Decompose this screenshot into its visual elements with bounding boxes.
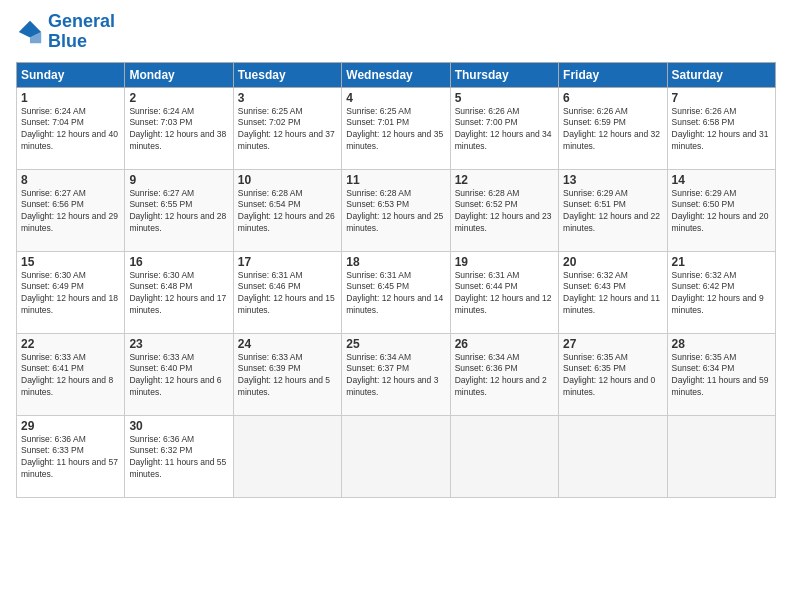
calendar-cell: 14 Sunrise: 6:29 AMSunset: 6:50 PMDaylig… <box>667 169 775 251</box>
day-number: 17 <box>238 255 337 269</box>
day-info: Sunrise: 6:33 AMSunset: 6:39 PMDaylight:… <box>238 352 337 400</box>
day-number: 3 <box>238 91 337 105</box>
day-number: 2 <box>129 91 228 105</box>
day-number: 30 <box>129 419 228 433</box>
calendar-cell: 3 Sunrise: 6:25 AMSunset: 7:02 PMDayligh… <box>233 87 341 169</box>
day-info: Sunrise: 6:35 AMSunset: 6:35 PMDaylight:… <box>563 352 662 400</box>
calendar-cell <box>667 415 775 497</box>
day-number: 28 <box>672 337 771 351</box>
day-number: 22 <box>21 337 120 351</box>
day-info: Sunrise: 6:24 AMSunset: 7:03 PMDaylight:… <box>129 106 228 154</box>
day-number: 8 <box>21 173 120 187</box>
day-number: 26 <box>455 337 554 351</box>
day-number: 18 <box>346 255 445 269</box>
calendar-cell: 23 Sunrise: 6:33 AMSunset: 6:40 PMDaylig… <box>125 333 233 415</box>
day-info: Sunrise: 6:26 AMSunset: 7:00 PMDaylight:… <box>455 106 554 154</box>
day-number: 27 <box>563 337 662 351</box>
calendar-cell: 11 Sunrise: 6:28 AMSunset: 6:53 PMDaylig… <box>342 169 450 251</box>
calendar-cell <box>559 415 667 497</box>
day-number: 19 <box>455 255 554 269</box>
day-info: Sunrise: 6:34 AMSunset: 6:36 PMDaylight:… <box>455 352 554 400</box>
day-info: Sunrise: 6:26 AMSunset: 6:59 PMDaylight:… <box>563 106 662 154</box>
calendar-body: 1 Sunrise: 6:24 AMSunset: 7:04 PMDayligh… <box>17 87 776 497</box>
day-number: 25 <box>346 337 445 351</box>
day-info: Sunrise: 6:32 AMSunset: 6:42 PMDaylight:… <box>672 270 771 318</box>
day-number: 15 <box>21 255 120 269</box>
day-info: Sunrise: 6:30 AMSunset: 6:49 PMDaylight:… <box>21 270 120 318</box>
calendar-cell: 19 Sunrise: 6:31 AMSunset: 6:44 PMDaylig… <box>450 251 558 333</box>
day-number: 13 <box>563 173 662 187</box>
calendar-week-row: 29 Sunrise: 6:36 AMSunset: 6:33 PMDaylig… <box>17 415 776 497</box>
day-info: Sunrise: 6:34 AMSunset: 6:37 PMDaylight:… <box>346 352 445 400</box>
day-info: Sunrise: 6:28 AMSunset: 6:54 PMDaylight:… <box>238 188 337 236</box>
weekday-header: Tuesday <box>233 62 341 87</box>
calendar-cell: 15 Sunrise: 6:30 AMSunset: 6:49 PMDaylig… <box>17 251 125 333</box>
calendar-cell: 25 Sunrise: 6:34 AMSunset: 6:37 PMDaylig… <box>342 333 450 415</box>
day-number: 21 <box>672 255 771 269</box>
day-info: Sunrise: 6:28 AMSunset: 6:52 PMDaylight:… <box>455 188 554 236</box>
day-info: Sunrise: 6:33 AMSunset: 6:41 PMDaylight:… <box>21 352 120 400</box>
weekday-header: Monday <box>125 62 233 87</box>
logo: General Blue <box>16 12 115 52</box>
day-number: 4 <box>346 91 445 105</box>
weekday-header: Thursday <box>450 62 558 87</box>
calendar-cell: 5 Sunrise: 6:26 AMSunset: 7:00 PMDayligh… <box>450 87 558 169</box>
calendar-cell <box>233 415 341 497</box>
calendar-cell: 29 Sunrise: 6:36 AMSunset: 6:33 PMDaylig… <box>17 415 125 497</box>
day-info: Sunrise: 6:36 AMSunset: 6:33 PMDaylight:… <box>21 434 120 482</box>
day-number: 16 <box>129 255 228 269</box>
calendar-cell: 1 Sunrise: 6:24 AMSunset: 7:04 PMDayligh… <box>17 87 125 169</box>
day-number: 1 <box>21 91 120 105</box>
calendar-cell: 12 Sunrise: 6:28 AMSunset: 6:52 PMDaylig… <box>450 169 558 251</box>
page: General Blue SundayMondayTuesdayWednesda… <box>0 0 792 612</box>
calendar-cell: 21 Sunrise: 6:32 AMSunset: 6:42 PMDaylig… <box>667 251 775 333</box>
weekday-header: Friday <box>559 62 667 87</box>
day-info: Sunrise: 6:33 AMSunset: 6:40 PMDaylight:… <box>129 352 228 400</box>
calendar-cell: 9 Sunrise: 6:27 AMSunset: 6:55 PMDayligh… <box>125 169 233 251</box>
day-info: Sunrise: 6:24 AMSunset: 7:04 PMDaylight:… <box>21 106 120 154</box>
calendar-cell: 24 Sunrise: 6:33 AMSunset: 6:39 PMDaylig… <box>233 333 341 415</box>
day-info: Sunrise: 6:26 AMSunset: 6:58 PMDaylight:… <box>672 106 771 154</box>
day-info: Sunrise: 6:25 AMSunset: 7:02 PMDaylight:… <box>238 106 337 154</box>
calendar-cell: 10 Sunrise: 6:28 AMSunset: 6:54 PMDaylig… <box>233 169 341 251</box>
day-number: 5 <box>455 91 554 105</box>
calendar-cell: 7 Sunrise: 6:26 AMSunset: 6:58 PMDayligh… <box>667 87 775 169</box>
day-number: 29 <box>21 419 120 433</box>
weekday-header: Sunday <box>17 62 125 87</box>
calendar-cell: 8 Sunrise: 6:27 AMSunset: 6:56 PMDayligh… <box>17 169 125 251</box>
weekday-header: Wednesday <box>342 62 450 87</box>
calendar-cell: 16 Sunrise: 6:30 AMSunset: 6:48 PMDaylig… <box>125 251 233 333</box>
logo-icon <box>16 18 44 46</box>
day-info: Sunrise: 6:27 AMSunset: 6:55 PMDaylight:… <box>129 188 228 236</box>
day-number: 12 <box>455 173 554 187</box>
day-number: 6 <box>563 91 662 105</box>
calendar-cell: 30 Sunrise: 6:36 AMSunset: 6:32 PMDaylig… <box>125 415 233 497</box>
calendar-cell <box>450 415 558 497</box>
calendar-week-row: 1 Sunrise: 6:24 AMSunset: 7:04 PMDayligh… <box>17 87 776 169</box>
day-number: 10 <box>238 173 337 187</box>
day-number: 11 <box>346 173 445 187</box>
calendar-cell: 22 Sunrise: 6:33 AMSunset: 6:41 PMDaylig… <box>17 333 125 415</box>
calendar-week-row: 15 Sunrise: 6:30 AMSunset: 6:49 PMDaylig… <box>17 251 776 333</box>
logo-text: General Blue <box>48 12 115 52</box>
calendar-cell: 26 Sunrise: 6:34 AMSunset: 6:36 PMDaylig… <box>450 333 558 415</box>
day-info: Sunrise: 6:29 AMSunset: 6:50 PMDaylight:… <box>672 188 771 236</box>
day-info: Sunrise: 6:32 AMSunset: 6:43 PMDaylight:… <box>563 270 662 318</box>
calendar-cell: 6 Sunrise: 6:26 AMSunset: 6:59 PMDayligh… <box>559 87 667 169</box>
calendar-cell <box>342 415 450 497</box>
weekday-header: Saturday <box>667 62 775 87</box>
day-info: Sunrise: 6:28 AMSunset: 6:53 PMDaylight:… <box>346 188 445 236</box>
day-info: Sunrise: 6:25 AMSunset: 7:01 PMDaylight:… <box>346 106 445 154</box>
calendar-cell: 27 Sunrise: 6:35 AMSunset: 6:35 PMDaylig… <box>559 333 667 415</box>
day-number: 14 <box>672 173 771 187</box>
calendar-cell: 17 Sunrise: 6:31 AMSunset: 6:46 PMDaylig… <box>233 251 341 333</box>
calendar-cell: 18 Sunrise: 6:31 AMSunset: 6:45 PMDaylig… <box>342 251 450 333</box>
day-number: 9 <box>129 173 228 187</box>
day-info: Sunrise: 6:31 AMSunset: 6:44 PMDaylight:… <box>455 270 554 318</box>
calendar-cell: 4 Sunrise: 6:25 AMSunset: 7:01 PMDayligh… <box>342 87 450 169</box>
calendar-cell: 28 Sunrise: 6:35 AMSunset: 6:34 PMDaylig… <box>667 333 775 415</box>
calendar-cell: 13 Sunrise: 6:29 AMSunset: 6:51 PMDaylig… <box>559 169 667 251</box>
day-info: Sunrise: 6:36 AMSunset: 6:32 PMDaylight:… <box>129 434 228 482</box>
day-info: Sunrise: 6:29 AMSunset: 6:51 PMDaylight:… <box>563 188 662 236</box>
calendar-header-row: SundayMondayTuesdayWednesdayThursdayFrid… <box>17 62 776 87</box>
